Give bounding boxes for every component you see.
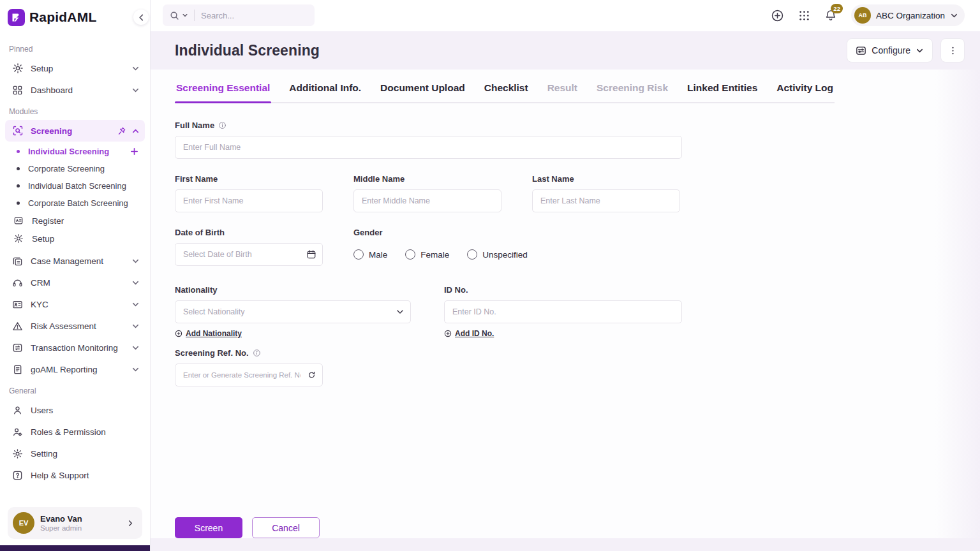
user-profile-card[interactable]: EV Evano Van Super admin [8,507,142,539]
register-badge-icon [13,215,24,226]
cancel-button[interactable]: Cancel [252,517,320,538]
sidebar-item-crm[interactable]: CRM [5,272,145,293]
sidebar-item-label: Case Management [31,256,131,266]
repeat-arrows-icon [11,342,24,354]
generate-refresh-icon[interactable] [307,371,316,380]
submenu-item-screening-setup[interactable]: Setup [5,230,145,247]
info-icon [218,121,226,129]
org-avatar: AB [854,7,871,24]
sidebar-item-dashboard[interactable]: Dashboard [5,79,145,101]
sidebar-item-goaml-reporting[interactable]: goAML Reporting [5,358,145,380]
chevron-down-icon[interactable] [396,307,405,316]
sidebar-item-transaction-monitoring[interactable]: Transaction Monitoring [5,337,145,358]
sidebar-item-setting[interactable]: Setting [5,443,145,464]
global-search[interactable] [163,4,315,26]
chevron-right-icon [126,519,135,527]
add-id-no-label: Add ID No. [455,329,494,338]
tab-additional-info[interactable]: Additional Info. [288,78,362,102]
screening-ref-input[interactable] [175,364,323,386]
org-name: ABC Organization [876,11,945,20]
add-nationality-link[interactable]: Add Nationality [175,329,242,338]
submenu-item-individual-screening[interactable]: Individual Screening [5,143,145,160]
last-name-input[interactable] [532,189,680,212]
help-icon [11,469,24,481]
gender-radio-female[interactable]: Female [405,249,449,260]
topbar: 22 AB ABC Organization [151,0,980,31]
nationality-select[interactable] [175,300,411,323]
notifications-button[interactable]: 22 [824,9,837,22]
sidebar-item-help-support[interactable]: Help & Support [5,464,145,486]
first-name-input[interactable] [175,189,323,212]
middle-name-input[interactable] [353,189,501,212]
tab-screening-essential[interactable]: Screening Essential [175,78,271,102]
pin-icon[interactable] [117,126,126,136]
screening-form: Full Name First Name Middle Name [175,121,682,538]
sidebar-item-users[interactable]: Users [5,399,145,421]
page-header-actions: Configure [847,38,965,62]
radio-icon [353,249,364,260]
sidebar-item-roles-permission[interactable]: Roles & Permission [5,421,145,443]
add-id-no-link[interactable]: Add ID No. [444,329,494,338]
user-meta: Evano Van Super admin [40,514,126,532]
search-input[interactable] [201,11,290,20]
chevron-down-icon[interactable] [182,12,188,18]
gender-radio-male[interactable]: Male [353,249,387,260]
section-label-general: General [5,380,145,399]
submenu-item-corporate-batch-screening[interactable]: Corporate Batch Screening [5,195,145,212]
submenu-item-label: Individual Screening [28,147,130,156]
dob-label: Date of Birth [175,228,225,237]
logo-row: RapidAML [0,0,150,34]
sidebar-item-kyc[interactable]: KYC [5,293,145,315]
configure-button[interactable]: Configure [847,38,933,62]
sidebar-item-screening[interactable]: Screening [5,120,145,142]
sidebar-item-label: Users [31,406,140,415]
tab-result: Result [546,78,579,102]
avatar: EV [13,512,34,534]
tab-bar: Screening Essential Additional Info. Doc… [175,78,835,103]
nationality-label: Nationality [175,285,217,295]
apps-grid-icon [798,10,810,22]
screen-button[interactable]: Screen [175,517,242,538]
nationality-field: Nationality Add Nationality [175,285,411,339]
submenu-item-register[interactable]: Register [5,212,145,230]
sidebar-item-case-management[interactable]: Case Management [5,250,145,272]
dob-input[interactable] [175,243,323,266]
sidebar-item-label: Setting [31,449,140,459]
submenu-item-corporate-screening[interactable]: Corporate Screening [5,160,145,177]
content-panel: Screening Essential Additional Info. Doc… [151,70,980,538]
submenu-item-individual-batch-screening[interactable]: Individual Batch Screening [5,177,145,195]
gender-radio-unspecified[interactable]: Unspecified [467,249,528,260]
calendar-icon[interactable] [306,249,316,260]
bottom-strip [151,538,980,551]
tab-activity-log[interactable]: Activity Log [775,78,835,102]
sidebar-collapse-button[interactable] [133,10,149,25]
more-options-button[interactable] [940,38,965,62]
search-icon [169,10,180,21]
tab-document-upload[interactable]: Document Upload [379,78,466,102]
chevron-down-icon [131,365,140,374]
notification-count-badge: 22 [831,4,843,13]
tab-linked-entities[interactable]: Linked Entities [686,78,759,102]
sidebar-item-risk-assessment[interactable]: Risk Assessment [5,315,145,337]
create-new-button[interactable] [771,9,784,22]
id-no-input[interactable] [444,300,682,323]
full-name-input[interactable] [175,136,682,159]
add-screening-icon[interactable] [130,147,138,156]
app-window: RapidAML Pinned Setup Dashboard Modules … [0,0,980,551]
submenu-item-label: Corporate Batch Screening [28,198,138,208]
sidebar-item-setup-pinned[interactable]: Setup [5,57,145,79]
circle-plus-icon [444,330,452,337]
gender-field: Gender Male Female [353,228,528,266]
sidebar-item-label: Roles & Permission [31,427,140,437]
tab-screening-risk: Screening Risk [595,78,669,102]
id-card-icon [11,298,24,311]
sidebar-item-label: Dashboard [31,85,131,95]
tab-checklist[interactable]: Checklist [483,78,530,102]
apps-menu-button[interactable] [798,10,810,22]
headset-icon [11,277,24,289]
organization-switcher[interactable]: AB ABC Organization [851,4,965,26]
circle-plus-icon [175,330,182,337]
form-actions: Screen Cancel [175,517,682,538]
user-gear-icon [11,426,24,438]
chevron-down-icon [131,344,140,352]
